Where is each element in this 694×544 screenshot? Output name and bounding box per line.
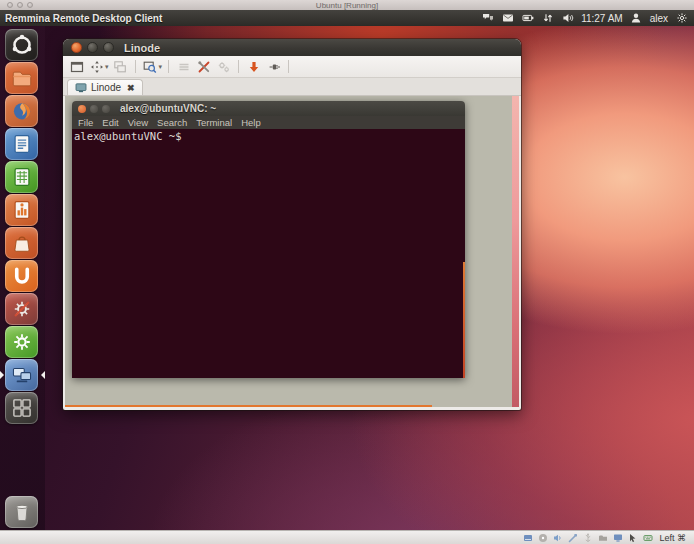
settings-button[interactable]	[214, 58, 233, 75]
host-key-label: Left ⌘	[659, 533, 686, 543]
network-icon[interactable]	[567, 532, 578, 543]
shared-folders-icon[interactable]	[597, 532, 608, 543]
libreoffice-impress-icon	[10, 198, 34, 222]
sound-icon[interactable]	[561, 12, 574, 24]
terminal-window: alex@ubuntuVNC: ~ FileEditViewSearchTerm…	[72, 101, 465, 378]
optical-drive-icon[interactable]	[537, 532, 548, 543]
window-title: Linode	[124, 42, 160, 54]
launcher-item-remmina[interactable]	[5, 359, 38, 391]
network-sync-icon[interactable]	[541, 12, 554, 24]
session-gear-icon[interactable]	[675, 12, 688, 24]
messaging-menu-icon[interactable]	[481, 12, 494, 24]
launcher-item-dash-home[interactable]	[5, 29, 38, 61]
terminal-title: alex@ubuntuVNC: ~	[120, 103, 216, 114]
remmina-window: Linode ▾▾ Linode ✖	[63, 39, 521, 410]
display-icon[interactable]	[612, 532, 623, 543]
toggle-fullscreen-button[interactable]	[67, 58, 86, 75]
update-manager-icon	[10, 330, 34, 354]
launcher-item-libreoffice-impress[interactable]	[5, 194, 38, 226]
launcher-item-system-settings[interactable]	[5, 293, 38, 325]
indicator-area: 11:27 AM alex	[481, 12, 688, 24]
launcher-item-software-center[interactable]	[5, 227, 38, 259]
libreoffice-writer-icon	[10, 132, 34, 156]
toolbar-separator	[135, 60, 136, 73]
firefox-icon	[10, 99, 34, 123]
dash-home-icon	[10, 33, 34, 57]
dropdown-caret-icon[interactable]: ▾	[105, 63, 109, 71]
mail-icon[interactable]	[501, 12, 514, 24]
terminal-maximize-button[interactable]	[102, 105, 110, 113]
terminal-minimize-button[interactable]	[90, 105, 98, 113]
tools-button[interactable]	[194, 58, 213, 75]
launcher	[0, 26, 45, 530]
tab-label: Linode	[91, 82, 121, 93]
launcher-item-home-folder[interactable]	[5, 62, 38, 94]
launcher-item-firefox[interactable]	[5, 95, 38, 127]
vbox-status-icons	[522, 532, 653, 543]
libreoffice-calc-icon	[10, 165, 34, 189]
remmina-icon	[10, 363, 34, 387]
ubuntu-one-icon	[10, 264, 34, 288]
window-controls	[71, 42, 114, 53]
terminal-edge-line	[463, 262, 465, 378]
audio-icon[interactable]	[552, 532, 563, 543]
home-folder-icon	[10, 66, 34, 90]
fit-window-button[interactable]	[87, 58, 106, 75]
minimize-button[interactable]	[87, 42, 98, 53]
usb-icon[interactable]	[582, 532, 593, 543]
toolbar-separator	[238, 60, 239, 73]
vbox-statusbar: Left ⌘	[0, 530, 694, 544]
clock[interactable]: 11:27 AM	[581, 13, 623, 24]
toolbar-separator	[288, 60, 289, 73]
grab-keyboard-button[interactable]	[174, 58, 193, 75]
system-settings-icon	[10, 297, 34, 321]
harddisk-icon[interactable]	[522, 532, 533, 543]
terminal-menu-view[interactable]: View	[128, 117, 148, 128]
terminal-titlebar[interactable]: alex@ubuntuVNC: ~	[72, 101, 465, 116]
terminal-menu-file[interactable]: File	[78, 117, 93, 128]
terminal-menu-search[interactable]: Search	[157, 117, 187, 128]
remmina-titlebar[interactable]: Linode	[63, 39, 521, 56]
vnc-viewport[interactable]: alex@ubuntuVNC: ~ FileEditViewSearchTerm…	[65, 96, 519, 407]
software-center-icon	[10, 231, 34, 255]
tab-close-icon[interactable]: ✖	[127, 83, 135, 93]
mouse-integration-icon[interactable]	[627, 532, 638, 543]
vnc-bottom-edge-line	[65, 405, 432, 407]
terminal-menu-help[interactable]: Help	[241, 117, 261, 128]
launcher-item-trash[interactable]	[5, 496, 38, 528]
remmina-toolbar: ▾▾	[63, 56, 521, 78]
launcher-item-libreoffice-writer[interactable]	[5, 128, 38, 160]
close-button[interactable]	[71, 42, 82, 53]
disconnect-button[interactable]	[264, 58, 283, 75]
terminal-close-button[interactable]	[78, 105, 86, 113]
terminal-menu-edit[interactable]: Edit	[102, 117, 118, 128]
keyboard-icon[interactable]	[642, 532, 653, 543]
appmenu-title[interactable]: Remmina Remote Desktop Client	[5, 13, 162, 24]
toolbar-separator	[168, 60, 169, 73]
terminal-window-controls	[78, 105, 110, 113]
trash-icon	[10, 500, 34, 524]
panel-indicators	[481, 12, 574, 24]
minimize-to-tray-button[interactable]	[244, 58, 263, 75]
maximize-button[interactable]	[103, 42, 114, 53]
launcher-item-libreoffice-calc[interactable]	[5, 161, 38, 193]
dropdown-caret-icon[interactable]: ▾	[159, 63, 163, 71]
workspace-switcher-icon	[10, 396, 34, 420]
shell-prompt: alex@ubuntuVNC ~$	[74, 130, 181, 142]
connection-tab[interactable]: Linode ✖	[67, 79, 143, 95]
tab-screen-icon	[75, 83, 87, 93]
scaled-mode-button[interactable]	[111, 58, 130, 75]
username-label[interactable]: alex	[650, 13, 668, 24]
terminal-body[interactable]: alex@ubuntuVNC ~$	[72, 129, 465, 378]
battery-icon[interactable]	[521, 12, 534, 24]
user-icon	[630, 12, 643, 24]
launcher-item-update-manager[interactable]	[5, 326, 38, 358]
terminal-menu-terminal[interactable]: Terminal	[196, 117, 232, 128]
screenshot-button[interactable]	[141, 58, 160, 75]
host-window-titlebar: Ubuntu [Running]	[0, 0, 694, 10]
launcher-item-workspace-switcher[interactable]	[5, 392, 38, 424]
remmina-tabbar: Linode ✖	[63, 78, 521, 96]
launcher-item-ubuntu-one[interactable]	[5, 260, 38, 292]
running-indicator-arrow	[0, 371, 4, 379]
virtualbox-screen: Ubuntu [Running] Remmina Remote Desktop …	[0, 0, 694, 544]
